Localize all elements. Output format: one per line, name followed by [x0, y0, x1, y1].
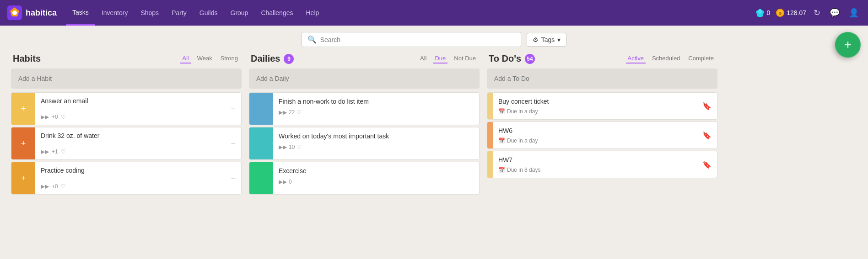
filter-icon: ⚙: [533, 36, 539, 43]
todo-color-bar-2: [487, 122, 493, 148]
habits-filter-weak[interactable]: Weak: [195, 54, 214, 63]
todo-due-2: 📅 Due in a day: [498, 137, 691, 144]
calendar-icon-2: 📅: [498, 137, 505, 144]
habit-color-bar-1: +: [11, 93, 35, 125]
habit-minus-btn-3[interactable]: −: [225, 162, 241, 194]
nav-inventory[interactable]: Inventory: [95, 0, 135, 26]
daily-arrows-1: ▶▶: [279, 109, 287, 116]
habit-minus-btn-2[interactable]: −: [225, 127, 241, 159]
todos-filters: Active Scheduled Complete: [626, 54, 716, 63]
dailies-column: Dailies 9 All Due Not Due Add a Daily Fi…: [245, 53, 483, 196]
dailies-filter-all[interactable]: All: [418, 54, 428, 63]
habits-column: Habits All Weak Strong Add a Habit + Ans…: [7, 53, 245, 196]
habits-filter-all[interactable]: All: [180, 54, 190, 63]
habit-score-1: +0: [52, 114, 58, 120]
habit-plus-btn-2[interactable]: +: [17, 137, 30, 150]
todo-due-text-2: Due in a day: [507, 137, 538, 144]
columns: Habits All Weak Strong Add a Habit + Ans…: [0, 53, 868, 204]
habit-minus-btn-1[interactable]: −: [225, 93, 241, 125]
habit-card-1: + Answer an email ▶▶ +0 ♡ −: [11, 92, 242, 125]
habit-card-2: + Drink 32 oz. of water ▶▶ +1 ♡ −: [11, 127, 242, 160]
svg-text:G: G: [779, 11, 782, 16]
habit-body-3: Practice coding ▶▶ +0 ♡: [35, 162, 225, 194]
todos-filter-scheduled[interactable]: Scheduled: [650, 54, 682, 63]
habit-arrows-icon-3: ▶▶: [41, 183, 49, 190]
nav-links: Tasks Inventory Shops Party Guilds Group…: [66, 0, 755, 26]
daily-body-3: Excercise ▶▶ 0: [273, 162, 479, 194]
nav-group[interactable]: Group: [224, 0, 255, 26]
nav-shops[interactable]: Shops: [134, 0, 165, 26]
daily-body-2: Worked on today's most important task ▶▶…: [273, 127, 479, 159]
habit-arrows-icon-1: ▶▶: [41, 114, 49, 120]
daily-color-bar-2: [249, 127, 273, 159]
gem-count-value: 0: [766, 9, 770, 16]
dailies-filter-notdue[interactable]: Not Due: [452, 54, 478, 63]
logo-icon: [7, 5, 22, 20]
search-icon: 🔍: [307, 35, 317, 44]
daily-title-3: Excercise: [279, 167, 307, 174]
dailies-filter-due[interactable]: Due: [433, 54, 447, 63]
search-input[interactable]: [320, 36, 515, 43]
add-habit-row[interactable]: Add a Habit: [11, 69, 242, 89]
logo-text: habitica: [26, 8, 57, 18]
todo-title-2: HW6: [498, 127, 512, 134]
add-fab-icon: +: [844, 38, 852, 51]
search-box[interactable]: 🔍: [302, 32, 521, 47]
nav-right: 0 G 128.07 ↻ 💬 👤: [755, 6, 861, 20]
todo-title-3: HW7: [498, 156, 512, 164]
daily-heart-icon-1: ♡: [297, 109, 302, 116]
messages-button[interactable]: 💬: [828, 6, 841, 20]
nav-tasks[interactable]: Tasks: [66, 0, 95, 26]
daily-meta-2: ▶▶ 10 ♡: [279, 144, 474, 150]
todos-filter-complete[interactable]: Complete: [686, 54, 716, 63]
daily-body-1: Finish a non-work to do list item ▶▶ 22 …: [273, 93, 479, 125]
nav-challenges[interactable]: Challenges: [254, 0, 299, 26]
todo-bookmark-btn-2[interactable]: 🔖: [697, 122, 717, 148]
todo-bookmark-btn-1[interactable]: 🔖: [697, 93, 717, 119]
todo-body-3: HW7 📅 Due in 8 days: [493, 151, 697, 178]
habits-title: Habits: [13, 53, 41, 64]
gem-icon: [755, 8, 765, 17]
habit-title-2: Drink 32 oz. of water: [41, 132, 220, 139]
nav-party[interactable]: Party: [165, 0, 193, 26]
habit-plus-btn-3[interactable]: +: [17, 172, 30, 185]
todo-color-bar-1: [487, 93, 493, 119]
daily-score-3: 0: [289, 179, 292, 185]
profile-button[interactable]: 👤: [847, 6, 861, 20]
calendar-icon-3: 📅: [498, 167, 505, 173]
habit-title-3: Practice coding: [41, 167, 220, 174]
todos-filter-active[interactable]: Active: [626, 54, 646, 63]
daily-color-bar-3: [249, 162, 273, 194]
todos-header: To Do's 54 Active Scheduled Complete: [487, 53, 717, 64]
daily-score-1: 22: [289, 109, 295, 116]
habit-plus-btn-1[interactable]: +: [17, 102, 30, 115]
daily-card-2: Worked on today's most important task ▶▶…: [249, 127, 480, 160]
todo-bookmark-btn-3[interactable]: 🔖: [697, 151, 717, 178]
gold-icon: G: [776, 8, 785, 17]
dailies-header: Dailies 9 All Due Not Due: [249, 53, 480, 64]
habits-filters: All Weak Strong: [180, 54, 240, 63]
habit-arrows-icon-2: ▶▶: [41, 148, 49, 155]
nav-help[interactable]: Help: [299, 0, 325, 26]
habit-meta-3: ▶▶ +0 ♡: [41, 183, 220, 190]
habits-filter-strong[interactable]: Strong: [219, 54, 240, 63]
toolbar: 🔍 ⚙ Tags ▾: [0, 26, 868, 53]
habit-meta-1: ▶▶ +0 ♡: [41, 114, 220, 120]
todo-card-2: HW6 📅 Due in a day 🔖: [487, 122, 717, 149]
dailies-badge: 9: [284, 54, 294, 64]
todo-body-2: HW6 📅 Due in a day: [493, 122, 697, 148]
nav-logo[interactable]: habitica: [7, 5, 57, 20]
add-daily-row[interactable]: Add a Daily: [249, 69, 480, 89]
todo-card-1: Buy concert ticket 📅 Due in a day 🔖: [487, 92, 717, 120]
nav-guilds[interactable]: Guilds: [193, 0, 224, 26]
habit-body-2: Drink 32 oz. of water ▶▶ +1 ♡: [35, 127, 225, 159]
daily-color-bar-1: [249, 93, 273, 125]
dailies-filters: All Due Not Due: [418, 54, 478, 63]
refresh-button[interactable]: ↻: [812, 6, 822, 20]
tags-label: Tags: [541, 36, 555, 43]
add-todo-row[interactable]: Add a To Do: [487, 69, 717, 89]
daily-arrows-3: ▶▶: [279, 179, 287, 185]
gold-count-value: 128.07: [787, 9, 806, 16]
tags-button[interactable]: ⚙ Tags ▾: [527, 33, 567, 47]
todos-title: To Do's: [489, 53, 521, 64]
